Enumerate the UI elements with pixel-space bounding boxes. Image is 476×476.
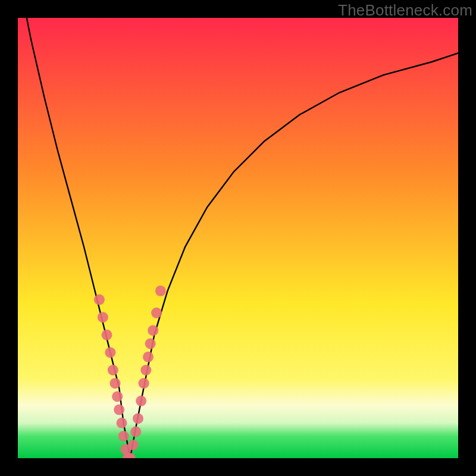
chart-svg [18,18,458,458]
data-marker [102,330,112,340]
data-marker [112,391,123,402]
data-marker [117,418,127,428]
data-marker [118,431,129,441]
marker-group [94,286,166,458]
data-marker [151,308,162,318]
data-marker [108,365,118,375]
data-marker [105,347,115,358]
data-marker [94,295,105,305]
data-marker [136,396,146,406]
data-marker [128,440,139,450]
data-marker [98,312,108,322]
data-marker [130,427,141,437]
data-marker [155,286,166,296]
data-marker [143,352,154,362]
plot-area [18,18,458,458]
data-marker [139,378,149,389]
frame: TheBottleneck.com [0,0,476,476]
data-marker [133,413,143,424]
data-marker [110,378,121,389]
data-marker [114,405,124,415]
data-marker [145,339,156,349]
watermark-text: TheBottleneck.com [338,1,472,20]
data-marker [140,365,151,375]
bottleneck-curve [18,18,458,458]
data-marker [148,325,158,336]
